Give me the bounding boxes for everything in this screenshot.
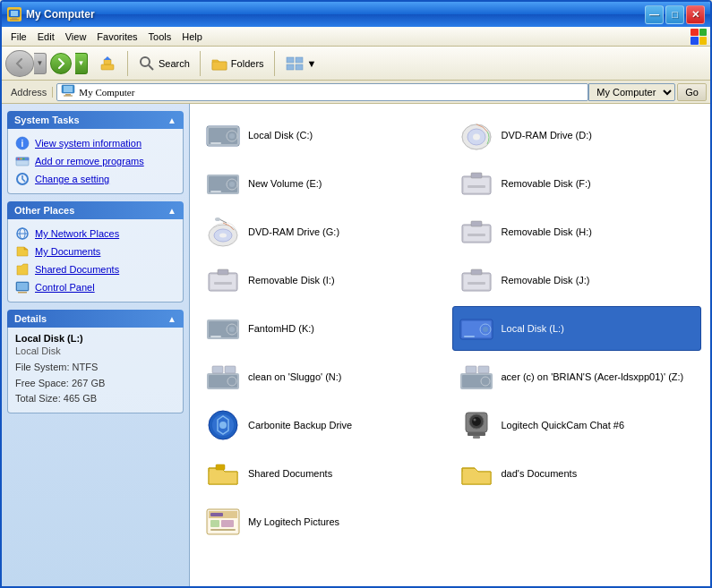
svg-rect-76 bbox=[464, 336, 475, 337]
control-panel-link[interactable]: Control Panel bbox=[15, 278, 176, 296]
my-network-places-link[interactable]: My Network Places bbox=[15, 225, 176, 243]
list-item[interactable]: Shared Documents bbox=[199, 451, 449, 496]
svg-point-93 bbox=[473, 419, 476, 422]
change-setting-label: Change a setting bbox=[35, 174, 109, 184]
computer-icon bbox=[61, 84, 75, 99]
settings-icon bbox=[15, 172, 30, 186]
shared-docs-icon bbox=[15, 262, 30, 277]
view-button[interactable]: ▼ bbox=[279, 52, 323, 75]
svg-point-44 bbox=[229, 182, 235, 187]
other-places-body: My Network Places My Documents Shared Do… bbox=[7, 219, 184, 303]
shared-documents-label: Shared Documents bbox=[248, 468, 332, 479]
folders-button[interactable]: Folders bbox=[204, 52, 270, 75]
svg-point-92 bbox=[472, 417, 481, 426]
menu-edit[interactable]: Edit bbox=[32, 30, 60, 44]
svg-rect-97 bbox=[216, 464, 225, 470]
other-places-header[interactable]: Other Places ▲ bbox=[7, 201, 184, 219]
local-disk-c-icon bbox=[205, 117, 241, 153]
list-item[interactable]: FantomHD (K:) bbox=[199, 306, 449, 351]
dvd-ram-g-label: DVD-RAM Drive (G:) bbox=[248, 226, 339, 237]
svg-rect-71 bbox=[210, 336, 221, 337]
toolbar-separator-1 bbox=[127, 51, 128, 76]
search-button[interactable]: Search bbox=[132, 51, 196, 76]
control-panel-icon bbox=[15, 280, 30, 294]
list-item[interactable]: New Volume (E:) bbox=[199, 161, 449, 206]
svg-point-89 bbox=[219, 422, 227, 429]
menu-tools[interactable]: Tools bbox=[143, 30, 177, 44]
address-bar: Address My Computer Go bbox=[2, 81, 710, 104]
svg-rect-104 bbox=[221, 520, 234, 527]
svg-rect-103 bbox=[210, 520, 219, 527]
forward-dropdown[interactable]: ▼ bbox=[75, 53, 88, 74]
other-places-section: Other Places ▲ My Network Places bbox=[7, 201, 184, 303]
left-panel: System Tasks ▲ i View system information bbox=[2, 104, 190, 588]
svg-point-75 bbox=[483, 327, 488, 332]
svg-point-39 bbox=[473, 134, 480, 141]
shared-documents-link[interactable]: Shared Documents bbox=[15, 260, 176, 278]
details-drive-name: Local Disk (L:) bbox=[15, 333, 176, 344]
list-item[interactable]: DVD-RAM Drive (G:) bbox=[199, 209, 449, 254]
list-item[interactable]: Removable Disk (F:) bbox=[452, 161, 702, 206]
view-system-info-link[interactable]: i View system information bbox=[15, 134, 176, 152]
svg-rect-3 bbox=[10, 20, 19, 21]
back-dropdown[interactable]: ▼ bbox=[34, 53, 47, 74]
window-title: My Computer bbox=[26, 8, 95, 21]
forward-button[interactable] bbox=[50, 53, 72, 74]
add-remove-programs-link[interactable]: Add or remove programs bbox=[15, 152, 176, 170]
list-item[interactable]: DVD-RAM Drive (D:) bbox=[452, 113, 702, 158]
details-filesystem: File System: NTFS bbox=[15, 360, 176, 376]
close-button[interactable]: ✕ bbox=[686, 5, 705, 24]
details-drive-type: Local Disk bbox=[15, 345, 176, 356]
svg-rect-29 bbox=[17, 283, 28, 290]
maximize-button[interactable]: □ bbox=[665, 5, 684, 24]
back-button[interactable] bbox=[5, 50, 34, 77]
system-tasks-body: i View system information Add or remove … bbox=[7, 129, 184, 194]
details-header[interactable]: Details ▲ bbox=[7, 310, 184, 328]
minimize-button[interactable]: — bbox=[645, 5, 664, 24]
webcam-label: Logitech QuickCam Chat #6 bbox=[502, 420, 625, 430]
list-item[interactable]: Removable Disk (I:) bbox=[199, 258, 449, 303]
windows-logo bbox=[691, 29, 707, 45]
up-button[interactable] bbox=[93, 52, 122, 75]
menu-help[interactable]: Help bbox=[176, 30, 208, 44]
svg-point-54 bbox=[215, 217, 220, 221]
local-disk-l-item[interactable]: Local Disk (L:) bbox=[452, 306, 702, 351]
svg-rect-84 bbox=[466, 366, 476, 373]
svg-rect-11 bbox=[287, 64, 294, 70]
removable-i-icon bbox=[205, 262, 241, 298]
list-item[interactable]: Carbonite Backup Drive bbox=[199, 403, 449, 447]
menu-file[interactable]: File bbox=[5, 30, 32, 44]
go-button[interactable]: Go bbox=[677, 83, 707, 101]
svg-point-35 bbox=[229, 133, 235, 139]
control-panel-label: Control Panel bbox=[35, 282, 95, 293]
svg-point-70 bbox=[229, 327, 235, 332]
address-input[interactable] bbox=[79, 87, 584, 98]
list-item[interactable]: My Logitech Pictures bbox=[199, 499, 449, 544]
shared-documents-label: Shared Documents bbox=[35, 264, 119, 275]
list-item[interactable]: Local Disk (C:) bbox=[199, 113, 449, 158]
dads-documents-label: dad's Documents bbox=[502, 468, 578, 479]
title-bar: My Computer — □ ✕ bbox=[2, 2, 710, 27]
svg-rect-57 bbox=[471, 221, 482, 226]
change-setting-link[interactable]: Change a setting bbox=[15, 170, 176, 188]
list-item[interactable]: Logitech QuickCam Chat #6 bbox=[452, 403, 702, 447]
address-dropdown[interactable]: My Computer bbox=[588, 83, 675, 101]
list-item[interactable]: dad's Documents bbox=[452, 451, 702, 496]
system-tasks-header[interactable]: System Tasks ▲ bbox=[7, 111, 184, 129]
list-item[interactable]: acer (c) on 'BRIAN'S (Acer-ldsxpp01)' (Z… bbox=[452, 354, 702, 399]
menu-view[interactable]: View bbox=[60, 30, 92, 44]
menu-favorites[interactable]: Favorites bbox=[91, 30, 142, 44]
my-documents-link[interactable]: My Documents bbox=[15, 243, 176, 260]
list-item[interactable]: Removable Disk (J:) bbox=[452, 258, 702, 303]
svg-rect-14 bbox=[64, 86, 73, 92]
address-input-container bbox=[56, 83, 588, 101]
svg-rect-12 bbox=[296, 64, 303, 70]
list-item[interactable]: Removable Disk (H:) bbox=[452, 209, 702, 254]
svg-rect-45 bbox=[210, 191, 221, 192]
my-network-places-label: My Network Places bbox=[35, 228, 119, 239]
svg-rect-80 bbox=[225, 366, 236, 373]
logitech-pictures-label: My Logitech Pictures bbox=[248, 516, 339, 527]
add-remove-programs-label: Add or remove programs bbox=[35, 156, 144, 166]
svg-rect-79 bbox=[212, 366, 223, 373]
list-item[interactable]: clean on 'Sluggo' (N:) bbox=[199, 354, 449, 399]
